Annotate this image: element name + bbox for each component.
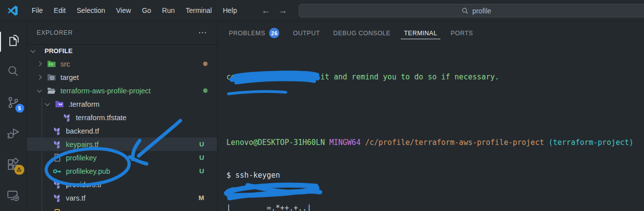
- vscode-logo-icon: [7, 5, 18, 16]
- randomart-line: | =.*++.+..|: [226, 203, 644, 211]
- activitybar-run-debug[interactable]: [0, 118, 27, 149]
- tree-item-vars-tf[interactable]: vars.tf M: [27, 191, 217, 205]
- folder-terraform-icon: [55, 100, 64, 109]
- activity-bar: 5 ⚠: [0, 21, 27, 211]
- tree-item-dot-terraform[interactable]: .terraform: [27, 97, 217, 111]
- search-icon: [6, 65, 20, 78]
- vscode-window: File Edit Selection View Go Run Terminal…: [0, 0, 644, 211]
- back-arrow-icon[interactable]: ←: [261, 6, 270, 15]
- tree-item-keypairs-tf[interactable]: keypairs.tf U: [27, 138, 217, 151]
- folder-target-icon: [47, 73, 56, 82]
- files-icon: [6, 34, 20, 47]
- search-icon: [462, 7, 469, 14]
- terraform-file-icon: [53, 180, 61, 189]
- tree-item-profilekey-pub[interactable]: profilekey.pub U: [27, 164, 217, 178]
- tab-debug-console[interactable]: DEBUG CONSOLE: [330, 26, 394, 40]
- command-center-search[interactable]: profile: [299, 4, 644, 17]
- git-status-untracked: U: [199, 167, 204, 175]
- prompt-branch: (terraform-project): [544, 138, 634, 147]
- forward-arrow-icon[interactable]: →: [278, 6, 287, 15]
- activitybar-explorer[interactable]: [0, 25, 27, 56]
- git-status-modified: M: [199, 194, 204, 202]
- file-tree: src target terraform-aws-profile-projec: [27, 57, 217, 211]
- section-profile[interactable]: PROFILE: [27, 44, 217, 57]
- menu-help[interactable]: Help: [217, 4, 243, 17]
- terraform-file-icon: [53, 127, 61, 136]
- menu-edit[interactable]: Edit: [49, 4, 71, 17]
- prompt-user-host: Lenovo@DESKTOP-31H60LN: [226, 138, 325, 147]
- menu-view[interactable]: View: [110, 4, 136, 17]
- bottom-panel: PROBLEMS 26 OUTPUT DEBUG CONSOLE TERMINA…: [217, 21, 644, 211]
- remote-explorer-icon: [6, 189, 20, 202]
- title-bar: File Edit Selection View Go Run Terminal…: [0, 0, 644, 21]
- menu-file[interactable]: File: [26, 4, 49, 17]
- modified-dot: [203, 62, 208, 66]
- panel-tab-bar: PROBLEMS 26 OUTPUT DEBUG CONSOLE TERMINA…: [217, 21, 644, 44]
- tab-ports[interactable]: PORTS: [448, 26, 476, 40]
- explorer-title: EXPLORER: [37, 29, 73, 36]
- terraform-file-icon: [53, 194, 61, 203]
- folder-src-icon: [47, 60, 56, 69]
- section-title: PROFILE: [45, 47, 72, 55]
- chevron-down-icon: [31, 48, 36, 53]
- tab-output[interactable]: OUTPUT: [290, 26, 322, 40]
- tab-problems[interactable]: PROBLEMS 26: [226, 24, 282, 41]
- scm-pending-badge: 5: [15, 104, 24, 113]
- menu-terminal[interactable]: Terminal: [180, 4, 217, 17]
- tree-item-target[interactable]: target: [27, 70, 217, 84]
- explorer-header: EXPLORER ⋯: [27, 21, 217, 44]
- menu-go[interactable]: Go: [136, 4, 157, 17]
- prompt-path: /c/profile/terraform-aws-profile-project: [361, 138, 544, 147]
- problems-count-badge: 26: [269, 28, 279, 38]
- activitybar-search[interactable]: [0, 56, 27, 87]
- partial-file-icon: [54, 209, 60, 211]
- tree-item-terraform-aws-profile-project[interactable]: terraform-aws-profile-project: [27, 84, 217, 97]
- git-status-untracked: U: [199, 154, 204, 161]
- tree-item-backend-tf[interactable]: backend.tf: [27, 124, 217, 138]
- tree-item-partial: [27, 205, 217, 211]
- history-nav: ← →: [261, 6, 287, 15]
- menu-bar: File Edit Selection View Go Run Terminal…: [26, 4, 242, 17]
- terraform-file-icon: [53, 140, 61, 149]
- tree-item-src[interactable]: src: [27, 57, 217, 70]
- activitybar-remote-explorer[interactable]: [0, 180, 27, 211]
- search-value: profile: [472, 7, 491, 15]
- tree-item-terraform-tfstate[interactable]: terraform.tfstate: [27, 111, 217, 124]
- explorer-sidebar: EXPLORER ⋯ PROFILE src: [27, 21, 217, 211]
- chevron-right-icon: [37, 75, 42, 80]
- untracked-dot: [203, 88, 208, 93]
- folder-open-icon: [47, 86, 56, 95]
- menu-run[interactable]: Run: [157, 4, 180, 17]
- tab-terminal[interactable]: TERMINAL: [401, 26, 440, 40]
- chevron-down-icon: [45, 101, 50, 106]
- git-status-untracked: U: [199, 141, 204, 148]
- extensions-warning-badge: ⚠: [14, 165, 24, 175]
- key-file-icon: [53, 167, 61, 176]
- run-debug-icon: [6, 127, 20, 140]
- chevron-right-icon: [37, 62, 42, 67]
- prompt-env: MINGW64: [325, 138, 361, 147]
- activitybar-extensions[interactable]: ⚠: [0, 149, 27, 180]
- chevron-down-icon: [37, 87, 42, 92]
- menu-selection[interactable]: Selection: [71, 4, 111, 17]
- tree-item-profilekey[interactable]: profilekey U: [27, 151, 217, 164]
- terraform-file-icon: [62, 113, 71, 122]
- terminal-command: $ ssh-keygen: [226, 170, 644, 181]
- terminal-message: commands will detect it and remind you t…: [226, 71, 644, 82]
- terminal-output[interactable]: commands will detect it and remind you t…: [217, 44, 644, 211]
- tree-item-providers-tf[interactable]: providers.tf: [27, 178, 217, 191]
- more-actions-icon[interactable]: ⋯: [198, 31, 207, 35]
- activitybar-source-control[interactable]: 5: [0, 87, 27, 118]
- terminal-prompt-1: Lenovo@DESKTOP-31H60LN MINGW64 /c/profil…: [226, 137, 644, 148]
- file-icon: [53, 153, 61, 162]
